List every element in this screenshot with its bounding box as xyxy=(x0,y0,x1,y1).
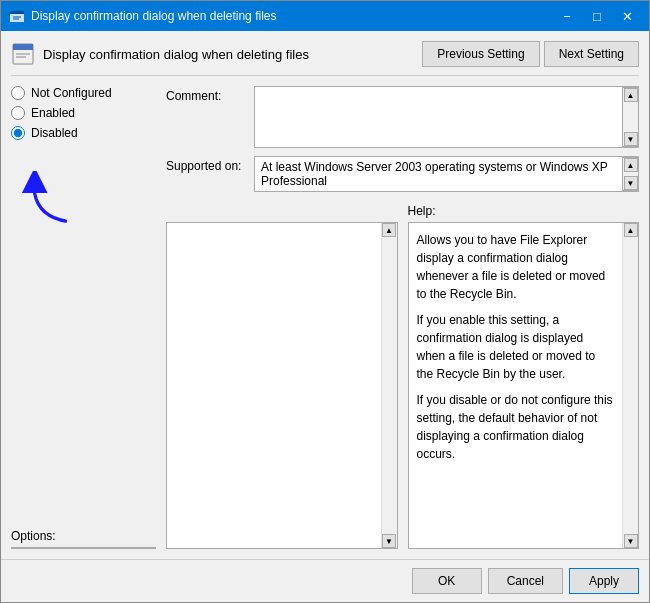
options-content xyxy=(167,223,381,548)
supported-scroll-down[interactable]: ▼ xyxy=(624,176,638,190)
right-panel: Comment: ▲ ▼ Supported on: At least xyxy=(166,86,639,549)
options-content-box: ▲ ▼ xyxy=(166,222,398,549)
enabled-option[interactable]: Enabled xyxy=(11,106,156,120)
footer: OK Cancel Apply xyxy=(1,559,649,602)
options-section: Options: ▲ ▼ xyxy=(166,204,398,549)
window-title: Display confirmation dialog when deletin… xyxy=(31,9,276,23)
disabled-label: Disabled xyxy=(31,126,78,140)
opt-scroll-up[interactable]: ▲ xyxy=(382,223,396,237)
enabled-label: Enabled xyxy=(31,106,75,120)
title-bar: Display confirmation dialog when deletin… xyxy=(1,1,649,31)
main-window: Display confirmation dialog when deletin… xyxy=(0,0,650,603)
disabled-radio[interactable] xyxy=(11,126,25,140)
supported-value: At least Windows Server 2003 operating s… xyxy=(255,157,622,191)
help-content: Allows you to have File Explorer display… xyxy=(409,223,623,548)
close-button[interactable]: ✕ xyxy=(613,6,641,26)
help-text-1: Allows you to have File Explorer display… xyxy=(417,231,615,303)
not-configured-option[interactable]: Not Configured xyxy=(11,86,156,100)
comment-label: Comment: xyxy=(166,86,248,103)
minimize-button[interactable]: − xyxy=(553,6,581,26)
arrow-annotation xyxy=(21,171,76,226)
help-scroll-up[interactable]: ▲ xyxy=(624,223,638,237)
maximize-button[interactable]: □ xyxy=(583,6,611,26)
enabled-radio[interactable] xyxy=(11,106,25,120)
ok-button[interactable]: OK xyxy=(412,568,482,594)
comment-scrollbar: ▲ ▼ xyxy=(622,87,638,147)
help-label: Help: xyxy=(408,204,640,218)
supported-wrapper: At least Windows Server 2003 operating s… xyxy=(254,156,639,192)
help-text-2: If you enable this setting, a confirmati… xyxy=(417,311,615,383)
options-box xyxy=(11,547,156,549)
cancel-button[interactable]: Cancel xyxy=(488,568,563,594)
help-content-box: Allows you to have File Explorer display… xyxy=(408,222,640,549)
help-text-3: If you disable or do not configure this … xyxy=(417,391,615,463)
disabled-option[interactable]: Disabled xyxy=(11,126,156,140)
supported-scrollbar: ▲ ▼ xyxy=(622,157,638,191)
svg-rect-5 xyxy=(13,44,33,50)
header-title: Display confirmation dialog when deletin… xyxy=(43,47,309,62)
bottom-panels: Options: ▲ ▼ Help: xyxy=(166,204,639,549)
scroll-down-arrow[interactable]: ▼ xyxy=(624,132,638,146)
scroll-up-arrow[interactable]: ▲ xyxy=(624,88,638,102)
nav-buttons: Previous Setting Next Setting xyxy=(422,41,639,67)
header-section: Display confirmation dialog when deletin… xyxy=(11,41,639,76)
help-scroll-down[interactable]: ▼ xyxy=(624,534,638,548)
comment-textarea[interactable] xyxy=(255,87,622,147)
svg-rect-1 xyxy=(10,11,24,14)
comment-row: Comment: ▲ ▼ xyxy=(166,86,639,148)
not-configured-radio[interactable] xyxy=(11,86,25,100)
title-controls: − □ ✕ xyxy=(553,6,641,26)
apply-button[interactable]: Apply xyxy=(569,568,639,594)
dialog-content: Display confirmation dialog when deletin… xyxy=(1,31,649,559)
options-scrollbar: ▲ ▼ xyxy=(381,223,397,548)
opt-scroll-down[interactable]: ▼ xyxy=(382,534,396,548)
help-scrollbar: ▲ ▼ xyxy=(622,223,638,548)
supported-row: Supported on: At least Windows Server 20… xyxy=(166,156,639,192)
policy-icon xyxy=(11,42,35,66)
prev-setting-button[interactable]: Previous Setting xyxy=(422,41,539,67)
supported-label: Supported on: xyxy=(166,156,248,173)
not-configured-label: Not Configured xyxy=(31,86,112,100)
left-panel: Not Configured Enabled Disabled xyxy=(11,86,156,549)
radio-group: Not Configured Enabled Disabled xyxy=(11,86,156,140)
help-section: Help: Allows you to have File Explorer d… xyxy=(408,204,640,549)
main-section: Not Configured Enabled Disabled xyxy=(11,86,639,549)
comment-wrapper: ▲ ▼ xyxy=(254,86,639,148)
options-label: Options: xyxy=(11,529,56,543)
window-icon xyxy=(9,8,25,24)
next-setting-button[interactable]: Next Setting xyxy=(544,41,639,67)
supported-scroll-up[interactable]: ▲ xyxy=(624,158,638,172)
